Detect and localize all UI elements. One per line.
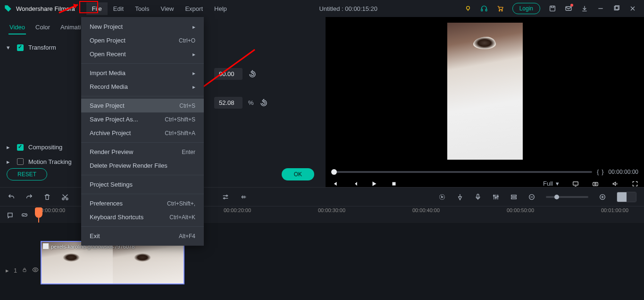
mark-in-icon[interactable]: { [597,168,599,175]
view-toggle-b[interactable] [627,192,636,202]
menu-item-record-media[interactable]: Record Media▸ [81,80,204,94]
reset-button[interactable]: RESET [7,168,47,180]
menu-item-save-project[interactable]: Save ProjectCtrl+S [81,99,204,112]
scrubber-track[interactable] [331,171,592,173]
track-add-icon[interactable] [7,211,14,219]
ruler-tick: 00:00:30:00 [318,207,345,213]
display-icon[interactable] [572,180,579,187]
submenu-arrow-icon: ▸ [192,84,195,90]
zoom-slider[interactable] [546,196,588,198]
render-icon[interactable] [438,193,446,201]
zoom-in-icon[interactable] [599,193,606,201]
menu-item-label: Open Recent [90,51,192,58]
menu-item-label: New Project [90,23,192,30]
reset-rotate-icon[interactable] [248,70,257,78]
reset-scale-icon[interactable] [259,99,268,107]
waveform-icon[interactable] [240,193,247,201]
menu-item-keyboard-shortcuts[interactable]: Keyboard ShortcutsCtrl+Alt+K [81,210,204,224]
snapshot-icon[interactable] [592,180,599,187]
zoom-slider-thumb[interactable] [554,195,559,199]
menu-tools[interactable]: Tools [129,2,155,15]
svg-rect-23 [511,195,517,197]
marker-icon[interactable] [456,193,464,201]
save-icon[interactable] [549,5,556,12]
svg-point-4 [502,10,502,11]
ok-button[interactable]: OK [282,168,314,180]
menu-edit[interactable]: Edit [108,2,129,15]
compositing-checkbox[interactable] [17,144,24,151]
menu-export[interactable]: Export [179,2,209,15]
file-menu-dropdown: New Project▸Open ProjectCtrl+OOpen Recen… [81,17,204,246]
menu-item-archive-project[interactable]: Archive ProjectCtrl+Shift+A [81,126,204,140]
transform-checkbox[interactable] [17,44,24,51]
menu-item-open-project[interactable]: Open ProjectCtrl+O [81,34,204,47]
view-toggle[interactable] [617,192,636,202]
preview-canvas[interactable] [326,17,644,165]
transform-label: Transform [28,44,56,51]
view-toggle-a[interactable] [617,192,627,202]
chevron-down-icon[interactable]: ▾ [7,44,12,51]
maximize-icon[interactable] [613,5,620,12]
step-back-icon[interactable] [351,180,358,187]
rotate-input[interactable] [214,68,243,80]
svg-point-16 [226,195,227,197]
message-icon[interactable] [565,5,572,12]
menu-item-open-recent[interactable]: Open Recent▸ [81,47,204,61]
chevron-right-icon[interactable]: ▸ [7,144,12,151]
eye-icon[interactable] [32,266,39,274]
menu-help[interactable]: Help [209,2,233,15]
volume-icon[interactable] [612,180,619,187]
playhead[interactable] [35,207,42,223]
scrubber-thumb[interactable] [331,169,337,175]
chevron-right-icon[interactable]: ▸ [7,158,12,165]
menu-item-project-settings[interactable]: Project Settings [81,178,204,191]
tab-color[interactable]: Color [34,21,51,34]
lock-icon[interactable] [22,267,27,274]
minimize-icon[interactable] [597,5,604,12]
layers-icon[interactable] [510,193,518,201]
undo-icon[interactable] [8,193,15,201]
headphones-icon[interactable] [480,5,488,12]
fullscreen-icon[interactable] [632,180,638,187]
track-number: 1 [14,267,17,274]
stop-icon[interactable] [391,180,397,187]
lightbulb-icon[interactable] [464,5,472,12]
mic-icon[interactable] [474,193,482,201]
menu-item-save-project-as[interactable]: Save Project As...Ctrl+Shift+S [81,112,204,126]
svg-point-3 [499,10,500,11]
settings-icon[interactable] [222,193,229,201]
scale-input[interactable] [214,97,243,109]
zoom-out-icon[interactable] [528,193,535,201]
mark-out-icon[interactable]: } [602,168,603,175]
menu-item-exit[interactable]: ExitAlt+F4 [81,229,204,243]
mark-range: {} [597,168,604,175]
mixer-icon[interactable] [492,193,500,201]
menu-item-import-media[interactable]: Import Media▸ [81,66,204,80]
menu-item-render-preview[interactable]: Render PreviewEnter [81,145,204,159]
redo-icon[interactable] [25,193,33,201]
menu-item-new-project[interactable]: New Project▸ [81,20,204,34]
download-icon[interactable] [581,5,588,12]
tab-video[interactable]: Video [8,21,26,34]
preview-fit-select[interactable]: Full ▾ [543,180,559,187]
titlebar-actions: Login [464,3,640,14]
cut-icon[interactable] [61,193,69,201]
link-icon[interactable] [21,211,28,219]
play-icon[interactable] [371,180,377,187]
playhead-handle-icon[interactable] [35,207,42,218]
svg-point-13 [594,183,596,185]
motion-tracking-checkbox[interactable] [17,158,24,165]
svg-rect-19 [477,194,479,198]
timeline-clip[interactable]: pexels-karolina-grabowska-7976078 [41,241,184,284]
track-toggle-icon[interactable]: ▸ [6,267,9,274]
login-button[interactable]: Login [512,3,540,14]
menu-item-delete-preview-render-files[interactable]: Delete Preview Render Files [81,159,204,172]
menu-item-preferences[interactable]: PreferencesCtrl+Shift+, [81,197,204,210]
menu-view[interactable]: View [155,2,179,15]
close-icon[interactable] [629,5,636,12]
cart-icon[interactable] [496,5,504,12]
menu-file[interactable]: File [86,2,108,15]
menu-shortcut: Alt+F4 [179,233,195,240]
prev-frame-icon[interactable] [331,180,338,187]
delete-icon[interactable] [43,193,51,201]
